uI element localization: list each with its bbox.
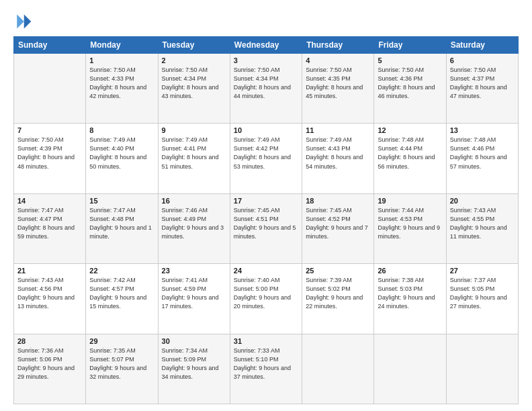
daylight-text: Daylight: 8 hours and 57 minutes. — [450, 153, 515, 171]
day-number: 18 — [306, 197, 370, 205]
day-info: Sunrise: 7:33 AM Sunset: 5:10 PM Dayligh… — [234, 347, 298, 381]
day-info: Sunrise: 7:38 AM Sunset: 5:03 PM Dayligh… — [378, 276, 442, 311]
daylight-text: Daylight: 9 hours and 5 minutes. — [234, 224, 298, 241]
calendar-day-cell: 22 Sunrise: 7:42 AM Sunset: 4:57 PM Dayl… — [86, 264, 158, 334]
day-info: Sunrise: 7:36 AM Sunset: 5:06 PM Dayligh… — [17, 347, 82, 381]
sunset-text: Sunset: 4:46 PM — [450, 144, 515, 153]
day-info: Sunrise: 7:44 AM Sunset: 4:53 PM Dayligh… — [378, 206, 442, 241]
calendar-day-cell: 13 Sunrise: 7:48 AM Sunset: 4:46 PM Dayl… — [446, 124, 518, 193]
sunset-text: Sunset: 5:03 PM — [378, 285, 442, 293]
day-number: 19 — [378, 197, 442, 205]
sunset-text: Sunset: 4:35 PM — [306, 75, 370, 83]
svg-marker-0 — [24, 15, 32, 29]
sunrise-text: Sunrise: 7:50 AM — [89, 66, 154, 75]
calendar-day-cell: 20 Sunrise: 7:43 AM Sunset: 4:55 PM Dayl… — [446, 193, 518, 263]
day-info: Sunrise: 7:50 AM Sunset: 4:34 PM Dayligh… — [162, 66, 226, 101]
sunrise-text: Sunrise: 7:49 AM — [306, 136, 370, 144]
calendar-day-cell — [14, 54, 86, 124]
day-number: 17 — [234, 197, 298, 205]
day-info: Sunrise: 7:49 AM Sunset: 4:41 PM Dayligh… — [162, 136, 226, 171]
calendar-week-row: 14 Sunrise: 7:47 AM Sunset: 4:47 PM Dayl… — [14, 193, 519, 263]
calendar-day-cell: 19 Sunrise: 7:44 AM Sunset: 4:53 PM Dayl… — [374, 193, 446, 263]
sunset-text: Sunset: 4:41 PM — [162, 144, 226, 153]
sunset-text: Sunset: 4:48 PM — [89, 215, 154, 224]
calendar-week-row: 28 Sunrise: 7:36 AM Sunset: 5:06 PM Dayl… — [14, 334, 519, 404]
day-number: 22 — [89, 267, 154, 275]
day-number: 13 — [450, 126, 515, 134]
day-info: Sunrise: 7:50 AM Sunset: 4:37 PM Dayligh… — [450, 66, 515, 101]
daylight-text: Daylight: 9 hours and 15 minutes. — [89, 293, 154, 311]
sunset-text: Sunset: 4:37 PM — [450, 75, 515, 83]
calendar-week-row: 7 Sunrise: 7:50 AM Sunset: 4:39 PM Dayli… — [14, 124, 519, 193]
day-number: 2 — [162, 56, 226, 64]
sunrise-text: Sunrise: 7:44 AM — [378, 206, 442, 215]
day-number: 14 — [17, 197, 82, 205]
sunrise-text: Sunrise: 7:38 AM — [378, 276, 442, 285]
calendar-day-cell: 7 Sunrise: 7:50 AM Sunset: 4:39 PM Dayli… — [14, 124, 86, 193]
daylight-text: Daylight: 8 hours and 44 minutes. — [234, 83, 298, 101]
sunrise-text: Sunrise: 7:39 AM — [306, 276, 370, 285]
calendar-day-cell: 5 Sunrise: 7:50 AM Sunset: 4:36 PM Dayli… — [374, 54, 446, 124]
day-number: 21 — [17, 267, 82, 275]
sunset-text: Sunset: 4:34 PM — [234, 75, 298, 83]
calendar-day-cell: 26 Sunrise: 7:38 AM Sunset: 5:03 PM Dayl… — [374, 264, 446, 334]
day-info: Sunrise: 7:42 AM Sunset: 4:57 PM Dayligh… — [89, 276, 154, 311]
daylight-text: Daylight: 8 hours and 48 minutes. — [17, 153, 82, 171]
sunrise-text: Sunrise: 7:49 AM — [89, 136, 154, 144]
calendar-day-cell: 12 Sunrise: 7:48 AM Sunset: 4:44 PM Dayl… — [374, 124, 446, 193]
day-number: 12 — [378, 126, 442, 134]
sunset-text: Sunset: 4:55 PM — [450, 215, 515, 224]
day-number: 8 — [89, 126, 154, 134]
sunrise-text: Sunrise: 7:50 AM — [17, 136, 82, 144]
sunset-text: Sunset: 4:44 PM — [378, 144, 442, 153]
sunrise-text: Sunrise: 7:36 AM — [17, 347, 82, 355]
day-number: 27 — [450, 267, 515, 275]
day-info: Sunrise: 7:49 AM Sunset: 4:43 PM Dayligh… — [306, 136, 370, 171]
weekday-header: Saturday — [446, 37, 518, 54]
sunrise-text: Sunrise: 7:45 AM — [306, 206, 370, 215]
day-number: 5 — [378, 56, 442, 64]
sunset-text: Sunset: 4:49 PM — [162, 215, 226, 224]
weekday-header: Tuesday — [158, 37, 230, 54]
daylight-text: Daylight: 9 hours and 17 minutes. — [162, 293, 226, 311]
sunset-text: Sunset: 4:52 PM — [306, 215, 370, 224]
sunset-text: Sunset: 5:05 PM — [450, 285, 515, 293]
sunrise-text: Sunrise: 7:41 AM — [162, 276, 226, 285]
day-info: Sunrise: 7:35 AM Sunset: 5:07 PM Dayligh… — [89, 347, 154, 381]
sunset-text: Sunset: 4:57 PM — [89, 285, 154, 293]
calendar-day-cell — [446, 334, 518, 404]
sunset-text: Sunset: 4:34 PM — [162, 75, 226, 83]
day-number: 28 — [17, 337, 82, 345]
calendar-week-row: 21 Sunrise: 7:43 AM Sunset: 4:56 PM Dayl… — [14, 264, 519, 334]
calendar-day-cell: 6 Sunrise: 7:50 AM Sunset: 4:37 PM Dayli… — [446, 54, 518, 124]
sunrise-text: Sunrise: 7:49 AM — [234, 136, 298, 144]
calendar-week-row: 1 Sunrise: 7:50 AM Sunset: 4:33 PM Dayli… — [14, 54, 519, 124]
weekday-header: Friday — [374, 37, 446, 54]
calendar-day-cell: 23 Sunrise: 7:41 AM Sunset: 4:59 PM Dayl… — [158, 264, 230, 334]
sunset-text: Sunset: 4:36 PM — [378, 75, 442, 83]
sunrise-text: Sunrise: 7:37 AM — [450, 276, 515, 285]
calendar-day-cell: 30 Sunrise: 7:34 AM Sunset: 5:09 PM Dayl… — [158, 334, 230, 404]
calendar-day-cell: 14 Sunrise: 7:47 AM Sunset: 4:47 PM Dayl… — [14, 193, 86, 263]
daylight-text: Daylight: 8 hours and 53 minutes. — [234, 153, 298, 171]
calendar-day-cell — [374, 334, 446, 404]
daylight-text: Daylight: 9 hours and 20 minutes. — [234, 293, 298, 311]
sunset-text: Sunset: 4:59 PM — [162, 285, 226, 293]
weekday-header: Wednesday — [230, 37, 302, 54]
sunrise-text: Sunrise: 7:45 AM — [234, 206, 298, 215]
daylight-text: Daylight: 9 hours and 3 minutes. — [162, 224, 226, 241]
sunrise-text: Sunrise: 7:40 AM — [234, 276, 298, 285]
day-info: Sunrise: 7:50 AM Sunset: 4:33 PM Dayligh… — [89, 66, 154, 101]
sunset-text: Sunset: 5:06 PM — [17, 355, 82, 364]
day-info: Sunrise: 7:45 AM Sunset: 4:51 PM Dayligh… — [234, 206, 298, 241]
daylight-text: Daylight: 8 hours and 45 minutes. — [306, 83, 370, 101]
sunrise-text: Sunrise: 7:50 AM — [378, 66, 442, 75]
sunset-text: Sunset: 5:09 PM — [162, 355, 226, 364]
calendar-day-cell: 21 Sunrise: 7:43 AM Sunset: 4:56 PM Dayl… — [14, 264, 86, 334]
day-info: Sunrise: 7:41 AM Sunset: 4:59 PM Dayligh… — [162, 276, 226, 311]
day-info: Sunrise: 7:40 AM Sunset: 5:00 PM Dayligh… — [234, 276, 298, 311]
day-info: Sunrise: 7:49 AM Sunset: 4:42 PM Dayligh… — [234, 136, 298, 171]
calendar-day-cell: 1 Sunrise: 7:50 AM Sunset: 4:33 PM Dayli… — [86, 54, 158, 124]
daylight-text: Daylight: 8 hours and 59 minutes. — [17, 224, 82, 241]
daylight-text: Daylight: 8 hours and 47 minutes. — [450, 83, 515, 101]
